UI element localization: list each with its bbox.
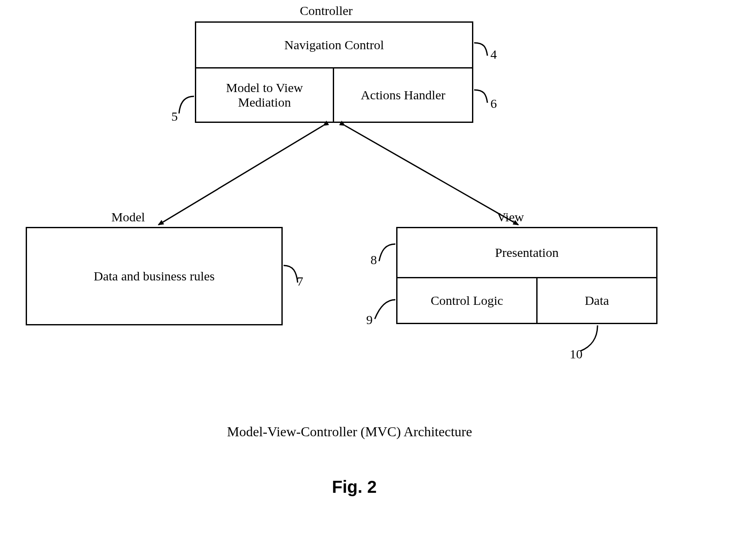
diagram-caption: Model-View-Controller (MVC) Architecture [227, 424, 472, 440]
callout-curve-7 [284, 265, 298, 283]
callout-5: 5 [171, 109, 178, 124]
controller-title: Controller [300, 3, 353, 18]
control-logic-box: Control Logic [396, 277, 538, 324]
model-title: Model [111, 210, 145, 224]
model-content-label: Data and business rules [94, 269, 215, 283]
navigation-control-box: Navigation Control [195, 21, 473, 69]
callout-curve-4 [474, 43, 487, 56]
callout-9: 9 [366, 313, 373, 327]
arrow-controller-to-view [345, 125, 518, 225]
actions-handler-label: Actions Handler [361, 88, 445, 102]
callout-curve-5 [179, 96, 194, 113]
figure-label: Fig. 2 [332, 477, 376, 497]
callout-curve-10 [580, 325, 598, 351]
model-to-view-mediation-label: Model to View Mediation [200, 80, 329, 110]
callout-4: 4 [490, 47, 497, 62]
control-logic-label: Control Logic [430, 293, 503, 308]
navigation-control-label: Navigation Control [284, 38, 384, 52]
callout-curve-6 [474, 90, 487, 103]
model-box: Data and business rules [26, 227, 283, 325]
model-to-view-mediation-box: Model to View Mediation [195, 67, 334, 123]
callout-curve-9 [375, 300, 395, 319]
view-title: View [497, 210, 524, 224]
callout-curve-8 [379, 244, 395, 261]
view-data-box: Data [536, 277, 657, 324]
view-data-label: Data [585, 293, 609, 308]
callout-10: 10 [570, 347, 583, 361]
arrow-controller-to-model [158, 125, 323, 225]
callout-8: 8 [370, 253, 377, 267]
actions-handler-box: Actions Handler [333, 67, 473, 123]
presentation-box: Presentation [396, 227, 657, 278]
diagram-stage: Controller Navigation Control Model to V… [0, 0, 738, 560]
callout-7: 7 [297, 274, 303, 289]
presentation-label: Presentation [495, 245, 559, 260]
callout-6: 6 [490, 96, 497, 111]
